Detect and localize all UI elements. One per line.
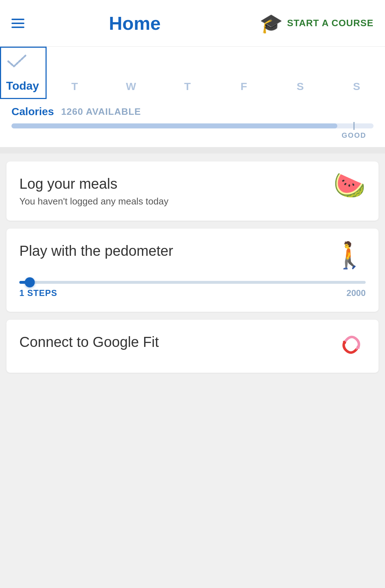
log-meals-subtitle: You haven't logged any meals today bbox=[19, 196, 168, 207]
pedometer-title: Play with the pedometer bbox=[19, 242, 173, 259]
calendar-day-today[interactable]: Today bbox=[0, 47, 47, 99]
steps-slider-thumb bbox=[25, 277, 35, 287]
calories-label: Calories bbox=[11, 105, 54, 118]
cards-section: Log your meals You haven't logged any me… bbox=[0, 154, 385, 381]
day-letter-1: W bbox=[126, 80, 136, 93]
section-divider bbox=[0, 147, 385, 154]
calendar-day-2[interactable]: T bbox=[160, 47, 216, 99]
walker-icon: 🚶 bbox=[333, 242, 366, 268]
header: Home 🎓 START A COURSE bbox=[0, 0, 385, 47]
steps-slider[interactable]: 1 STEPS 2000 bbox=[19, 281, 366, 298]
calendar-day-3[interactable]: F bbox=[216, 47, 272, 99]
day-letter-3: F bbox=[241, 80, 247, 93]
calendar-day-1[interactable]: W bbox=[103, 47, 159, 99]
good-label: GOOD bbox=[342, 131, 366, 140]
calories-section: Calories 1260 AVAILABLE GOOD bbox=[0, 99, 385, 138]
log-meals-text: Log your meals You haven't logged any me… bbox=[19, 175, 168, 207]
log-meals-card-header: Log your meals You haven't logged any me… bbox=[19, 175, 366, 207]
google-fit-card-header: Connect to Google Fit bbox=[19, 333, 366, 359]
start-course-button[interactable]: 🎓 START A COURSE bbox=[260, 14, 374, 33]
calories-bar-fill bbox=[11, 123, 337, 128]
google-fit-icon bbox=[337, 330, 366, 359]
calories-bar-marker: GOOD bbox=[342, 122, 366, 140]
calories-available: 1260 AVAILABLE bbox=[61, 106, 141, 117]
page-title: Home bbox=[10, 13, 260, 34]
calendar-section: Today T W T F S S Calories 1260 AVAILABL… bbox=[0, 47, 385, 147]
google-fit-title: Connect to Google Fit bbox=[19, 333, 159, 351]
steps-goal: 2000 bbox=[347, 288, 366, 298]
pedometer-card[interactable]: Play with the pedometer 🚶 1 STEPS 2000 bbox=[6, 229, 379, 312]
day-letter-2: T bbox=[184, 80, 191, 93]
calendar-days: Today T W T F S S bbox=[0, 47, 385, 99]
pedometer-card-header: Play with the pedometer 🚶 bbox=[19, 242, 366, 268]
calendar-day-4[interactable]: S bbox=[272, 47, 328, 99]
day-letter-0: T bbox=[71, 80, 78, 93]
steps-labels: 1 STEPS 2000 bbox=[19, 288, 366, 298]
google-fit-card[interactable]: Connect to Google Fit bbox=[6, 320, 379, 373]
log-meals-card[interactable]: Log your meals You haven't logged any me… bbox=[6, 161, 379, 221]
day-letter-5: S bbox=[353, 80, 361, 93]
steps-current: 1 STEPS bbox=[19, 288, 57, 298]
steps-slider-track bbox=[19, 281, 366, 284]
today-label: Today bbox=[6, 80, 39, 91]
graduation-cap-icon: 🎓 bbox=[260, 14, 283, 33]
start-course-label: START A COURSE bbox=[287, 18, 374, 29]
log-meals-title: Log your meals bbox=[19, 175, 168, 192]
calendar-day-0[interactable]: T bbox=[47, 47, 103, 99]
watermelon-icon: 🍉 bbox=[333, 172, 366, 198]
day-letter-4: S bbox=[296, 80, 304, 93]
calendar-day-5[interactable]: S bbox=[329, 47, 385, 99]
check-dashed-icon bbox=[6, 53, 28, 70]
calories-bar: GOOD bbox=[11, 123, 374, 128]
calories-row: Calories 1260 AVAILABLE bbox=[11, 105, 374, 118]
